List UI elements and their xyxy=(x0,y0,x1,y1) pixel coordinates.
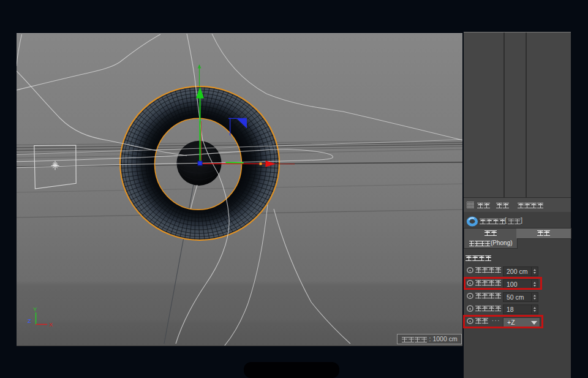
svg-text:Z: Z xyxy=(28,317,31,324)
svg-text:Y: Y xyxy=(33,306,37,312)
svg-text:X: X xyxy=(49,321,53,328)
